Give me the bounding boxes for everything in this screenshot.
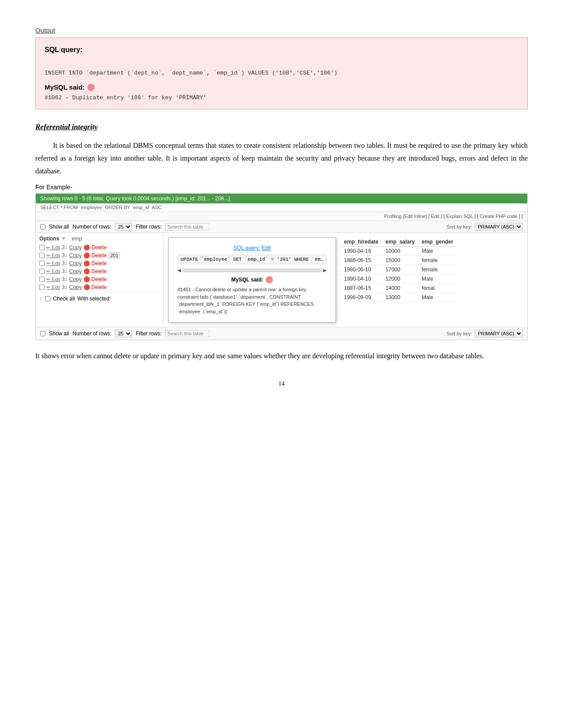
- table-row: 1886-06-1515000female: [340, 256, 457, 265]
- rows-select[interactable]: 25: [115, 223, 132, 231]
- copy-link[interactable]: Copy: [69, 244, 82, 251]
- table-row: 1990-04-1610000Male: [340, 247, 457, 256]
- edit-link[interactable]: ✏ Edit: [46, 261, 60, 266]
- sort-select[interactable]: PRIMARY (ASC): [475, 223, 523, 231]
- number-of-rows-label: Number of rows:: [72, 224, 111, 230]
- sort-icon: 3↕: [62, 244, 68, 251]
- table-row: ✏ Edit 3↕ Copy 🔴 Delete: [39, 276, 160, 282]
- table-row: ✏ Edit 3↕ Copy 🔴 Delete: [39, 260, 160, 266]
- error-detail-text: #1451 - Cannot delete or update a parent…: [178, 286, 327, 315]
- page-number: 14: [35, 380, 528, 387]
- search-table-input[interactable]: [165, 223, 209, 230]
- cell-gender: Male: [418, 247, 457, 256]
- cell-salary: 10000: [382, 247, 418, 256]
- sql-code: INSERT INTO `department`(`dept_no`, `dep…: [45, 70, 518, 76]
- profiling-link[interactable]: Profiling [Edit Inline] [ Edit ] [ Expla…: [384, 214, 523, 219]
- sort-icon: 3↕: [62, 276, 68, 282]
- cell-hiredate: 1996-09-09: [340, 293, 382, 302]
- copy-link[interactable]: Copy: [69, 284, 82, 290]
- cell-hiredate: 1886-06-15: [340, 256, 382, 265]
- cell-salary: 15000: [382, 256, 418, 265]
- error-sql-label: SQL query: Edit: [178, 245, 327, 251]
- delete-link[interactable]: 🔴 Delete: [83, 268, 107, 274]
- pma-select-bar: SELECT * FROM `employee` ORDER BY `emp_i…: [36, 203, 527, 212]
- row-badge: 201: [109, 252, 120, 259]
- bottom-rows-label: Number of rows:: [72, 330, 111, 337]
- sort-icon: 3↕: [62, 252, 68, 259]
- table-row: 1996-09-0913000Male: [340, 293, 457, 302]
- sql-error-message: #1062 - Duplicate entry '108' for key 'P…: [45, 94, 518, 101]
- delete-link[interactable]: 🔴 Delete: [83, 252, 107, 259]
- bottom-show-all-checkbox[interactable]: [40, 331, 45, 336]
- closing-paragraph: It shows error when cannot delete or upd…: [35, 350, 528, 363]
- pma-header-bar: Showing rows 0 - 5 (6 total, Query took …: [36, 194, 527, 203]
- bottom-rows-select[interactable]: 25: [115, 330, 132, 338]
- data-table-wrapper: emp_hiredate emp_salary emp_gender 1990-…: [340, 237, 457, 323]
- copy-link[interactable]: Copy: [69, 276, 82, 282]
- delete-link[interactable]: 🔴 Delete: [83, 284, 107, 290]
- copy-link[interactable]: Copy: [69, 268, 82, 274]
- mysql-icon: [87, 84, 94, 91]
- table-row: 1980-06-1017000female: [340, 265, 457, 274]
- copy-link[interactable]: Copy: [69, 260, 82, 266]
- phpmyadmin-screenshot: Showing rows 0 - 5 (6 total, Query took …: [35, 193, 528, 340]
- pma-toolbar: Show all Number of rows: 25 Filter rows:…: [36, 221, 527, 233]
- cell-gender: female: [418, 256, 457, 265]
- show-all-checkbox[interactable]: [40, 224, 45, 229]
- cell-hiredate: 1887-06-15: [340, 284, 382, 293]
- delete-link[interactable]: 🔴 Delete: [83, 260, 107, 266]
- edit-link[interactable]: ✏ Edit: [46, 277, 60, 282]
- with-selected-label: With selected:: [77, 296, 110, 302]
- bottom-show-all-label: Show all: [49, 330, 69, 337]
- row-checkbox[interactable]: [39, 253, 45, 258]
- cell-gender: female: [418, 265, 457, 274]
- sort-icon: 3↕: [62, 268, 68, 274]
- edit-link[interactable]: ✏ Edit: [46, 285, 60, 290]
- cell-salary: 17000: [382, 265, 418, 274]
- copy-link[interactable]: Copy: [69, 252, 82, 259]
- check-all-checkbox[interactable]: [45, 296, 50, 301]
- bottom-search-input[interactable]: [165, 330, 209, 337]
- table-row: ✏ Edit 3↕ Copy 🔴 Delete: [39, 284, 160, 290]
- error-mysql-label: MySQL said:: [178, 276, 327, 283]
- cell-gender: femal: [418, 284, 457, 293]
- row-checkbox[interactable]: [39, 269, 45, 274]
- col-hiredate: emp_hiredate: [340, 237, 382, 247]
- error-edit-link[interactable]: Edit: [261, 245, 271, 251]
- table-row: ✏ Edit 3↕ Copy 🔴 Delete 201: [39, 252, 160, 259]
- options-header: Options ▼ emp: [39, 236, 160, 242]
- error-mysql-icon: [266, 276, 273, 283]
- pma-bottom-bar: Show all Number of rows: 25 Filter rows:…: [36, 327, 527, 340]
- cell-hiredate: 1980-06-10: [340, 265, 382, 274]
- table-row: ✏ Edit 3↕ Copy 🔴 Delete: [39, 244, 160, 251]
- cell-hiredate: 1990-04-10: [340, 274, 382, 284]
- edit-link[interactable]: ✏ Edit: [46, 253, 60, 259]
- delete-link[interactable]: 🔴 Delete: [83, 244, 107, 251]
- sql-box: SQL query: INSERT INTO `department`(`dep…: [35, 38, 528, 109]
- sort-icon: 3↕: [62, 284, 68, 290]
- edit-link[interactable]: ✏ Edit: [46, 245, 60, 251]
- pma-right-area: SQL query: Edit UPDATE `employee` SET `e…: [164, 233, 527, 327]
- table-row: 1990-04-1012000Male: [340, 274, 457, 284]
- update-code-wrapper: UPDATE `employee` SET `emp_id` = '201' W…: [178, 255, 327, 273]
- row-checkbox[interactable]: [39, 277, 45, 282]
- col-salary: emp_salary: [382, 237, 418, 247]
- cell-salary: 13000: [382, 293, 418, 302]
- row-checkbox[interactable]: [39, 245, 45, 250]
- section-title: Referential integrity: [35, 123, 528, 131]
- row-checkbox[interactable]: [39, 261, 45, 266]
- bottom-sort-label: Sort by key:: [446, 331, 472, 336]
- for-example-label: For Example-: [35, 184, 528, 191]
- bottom-sort-select[interactable]: PRIMARY (ASC): [475, 330, 523, 338]
- cell-salary: 14000: [382, 284, 418, 293]
- filter-rows-label: Filter rows:: [136, 224, 162, 230]
- delete-link[interactable]: 🔴 Delete: [83, 276, 107, 282]
- edit-link[interactable]: ✏ Edit: [46, 269, 60, 274]
- error-modal-box: SQL query: Edit UPDATE `employee` SET `e…: [168, 237, 336, 323]
- row-checkbox[interactable]: [39, 285, 45, 290]
- check-all-row: ↑ Check all With selected:: [39, 292, 160, 302]
- table-row: 1887-06-1514000femal: [340, 284, 457, 293]
- table-row: ✏ Edit 3↕ Copy 🔴 Delete: [39, 268, 160, 274]
- cell-gender: Male: [418, 274, 457, 284]
- show-all-label: Show all: [49, 224, 69, 230]
